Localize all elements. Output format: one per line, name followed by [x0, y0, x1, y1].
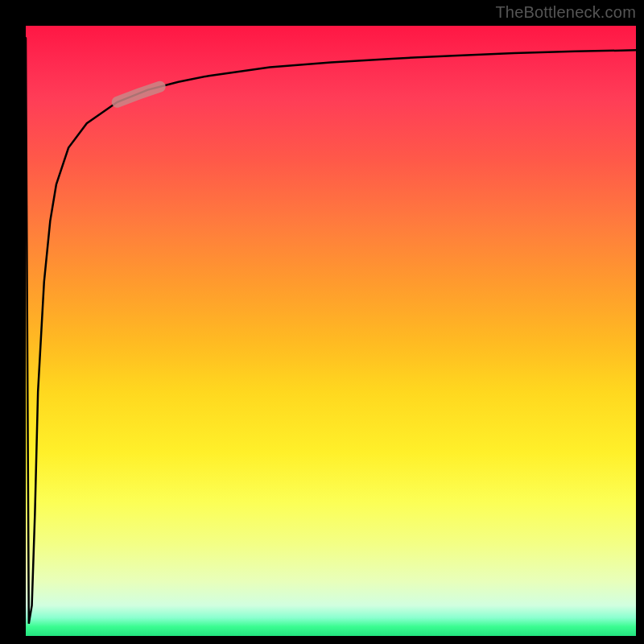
watermark-text: TheBottleneck.com	[495, 3, 636, 22]
chart-curve-layer	[26, 26, 636, 636]
plot-left-border	[0, 0, 26, 644]
highlight-segment	[118, 87, 160, 102]
bottleneck-curve	[26, 38, 636, 624]
plot-right-border	[636, 0, 644, 644]
plot-bottom-border	[0, 636, 644, 644]
